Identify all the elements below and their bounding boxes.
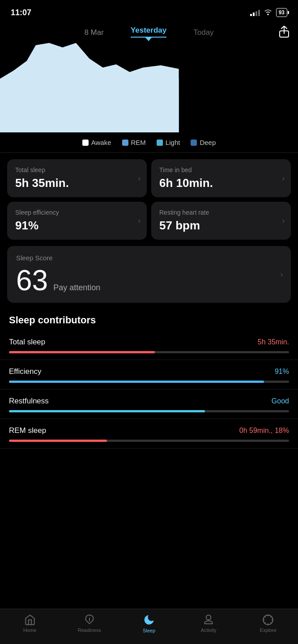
legend-label-deep: Deep <box>200 139 216 146</box>
sleep-score-number: 63 <box>16 266 48 295</box>
legend-dot-awake <box>82 140 89 146</box>
contributor-total-sleep-name: Total sleep <box>9 338 45 347</box>
contributor-total-sleep-fill <box>9 351 155 353</box>
sleep-efficiency-chevron: › <box>138 217 140 225</box>
svg-line-12 <box>271 623 272 623</box>
wifi-icon <box>264 8 272 17</box>
nav-readiness[interactable]: Readiness <box>76 614 103 633</box>
svg-line-14 <box>265 623 266 623</box>
time-in-bed-chevron: › <box>282 174 285 182</box>
contributor-total-sleep: Total sleep 5h 35min. <box>0 330 298 360</box>
sleep-score-chevron: › <box>281 271 283 279</box>
battery-level: 93 <box>279 9 285 16</box>
share-button[interactable] <box>279 26 289 40</box>
contributors-title: Sleep contributors <box>0 307 298 330</box>
home-icon <box>24 614 36 626</box>
contributor-efficiency-fill <box>9 381 264 383</box>
nav-home-label: Home <box>23 627 36 633</box>
svg-line-11 <box>265 616 266 617</box>
battery-icon: 93 <box>276 8 287 17</box>
sleep-score-label: Sleep Score <box>16 254 282 262</box>
nav-activity-label: Activity <box>201 627 217 633</box>
contributor-restfulness-value: Good <box>272 397 289 405</box>
explore-icon <box>262 614 274 626</box>
sleep-efficiency-card[interactable]: Sleep efficiency 91% › <box>7 202 147 240</box>
contributor-total-sleep-track <box>9 351 289 353</box>
legend-dot-deep <box>191 140 197 146</box>
contributor-efficiency-value: 91% <box>275 368 289 376</box>
contributor-rem-sleep-fill <box>9 440 107 442</box>
sleep-chart <box>0 43 298 132</box>
legend-label-awake: Awake <box>91 139 111 146</box>
activity-icon <box>203 614 214 626</box>
legend-label-rem: REM <box>131 139 146 146</box>
signal-icon <box>250 9 260 16</box>
total-sleep-label: Total sleep <box>15 166 139 174</box>
sleep-score-description: Pay attention <box>53 283 100 292</box>
nav-sleep-label: Sleep <box>143 628 155 633</box>
nav-readiness-label: Readiness <box>78 627 101 633</box>
nav-sleep[interactable]: Sleep <box>136 614 162 633</box>
nav-explore-label: Explore <box>260 627 277 633</box>
total-sleep-card[interactable]: Total sleep 5h 35min. › <box>7 159 147 197</box>
contributor-restfulness-name: Restfulness <box>9 397 49 406</box>
resting-hr-label: Resting heart rate <box>159 209 283 216</box>
total-sleep-chevron: › <box>138 174 140 182</box>
legend-deep: Deep <box>191 139 216 146</box>
status-icons: 93 <box>250 8 287 17</box>
nav-activity[interactable]: Activity <box>195 614 222 633</box>
sleep-efficiency-value: 91% <box>15 219 139 233</box>
resting-hr-value: 57 bpm <box>159 219 283 233</box>
stats-grid: Total sleep 5h 35min. › Time in bed 6h 1… <box>0 153 298 246</box>
status-time: 11:07 <box>11 8 31 17</box>
svg-marker-4 <box>0 43 179 132</box>
contributor-rem-sleep: REM sleep 0h 59min., 18% <box>0 419 298 449</box>
contributor-restfulness: Restfulness Good <box>0 390 298 419</box>
contributor-rem-sleep-name: REM sleep <box>9 426 46 435</box>
bottom-nav: Home Readiness Sleep Activity <box>0 609 298 644</box>
readiness-icon <box>84 614 95 626</box>
contributor-restfulness-fill <box>9 410 205 412</box>
legend-rem: REM <box>122 139 146 146</box>
nav-home[interactable]: Home <box>17 614 43 633</box>
time-in-bed-value: 6h 10min. <box>159 176 283 190</box>
date-nav: 8 Mar Yesterday Today <box>0 22 298 43</box>
sleep-icon <box>143 614 155 626</box>
sleep-efficiency-label: Sleep efficiency <box>15 209 139 216</box>
contributor-efficiency-name: Efficiency <box>9 367 41 376</box>
contributor-efficiency-track <box>9 381 289 383</box>
legend-light: Light <box>157 139 180 146</box>
active-date-tab[interactable]: Yesterday <box>131 26 166 38</box>
contributor-restfulness-track <box>9 410 289 412</box>
legend-dot-light <box>157 140 163 146</box>
tab-indicator <box>145 38 152 41</box>
prev-date-tab[interactable]: 8 Mar <box>84 28 103 39</box>
time-in-bed-card[interactable]: Time in bed 6h 10min. › <box>151 159 291 197</box>
total-sleep-value: 5h 35min. <box>15 176 139 190</box>
legend-dot-rem <box>122 140 128 146</box>
legend-label-light: Light <box>166 139 180 146</box>
contributor-total-sleep-value: 5h 35min. <box>258 338 289 346</box>
sleep-legend: Awake REM Light Deep <box>0 132 298 153</box>
contributor-efficiency: Efficiency 91% <box>0 360 298 390</box>
sleep-score-card[interactable]: Sleep Score 63 Pay attention › <box>7 246 291 303</box>
svg-line-13 <box>271 616 272 617</box>
legend-awake: Awake <box>82 139 111 146</box>
resting-hr-card[interactable]: Resting heart rate 57 bpm › <box>151 202 291 240</box>
time-in-bed-label: Time in bed <box>159 166 283 174</box>
next-date-tab[interactable]: Today <box>193 28 213 39</box>
contributor-rem-sleep-track <box>9 440 289 442</box>
resting-hr-chevron: › <box>282 217 285 225</box>
status-bar: 11:07 93 <box>0 0 298 22</box>
nav-explore[interactable]: Explore <box>255 614 281 633</box>
contributor-rem-sleep-value: 0h 59min., 18% <box>239 427 289 435</box>
